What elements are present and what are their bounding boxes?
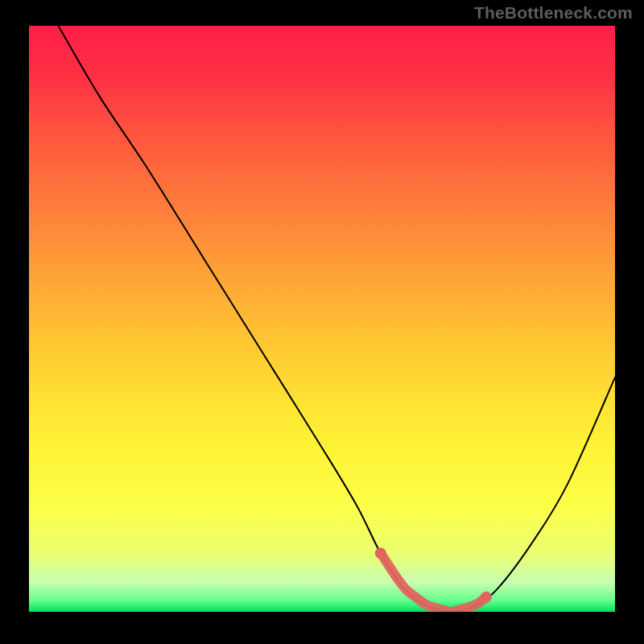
optimal-range-start-dot [375,547,386,559]
optimal-range-end-dot [481,592,492,603]
optimal-range-marker [381,553,486,612]
curve-svg [29,26,615,612]
bottleneck-curve-line [58,26,615,612]
attribution-text: TheBottleneck.com [474,3,633,23]
chart-frame: TheBottleneck.com [0,0,644,644]
plot-gradient-area [29,26,615,612]
